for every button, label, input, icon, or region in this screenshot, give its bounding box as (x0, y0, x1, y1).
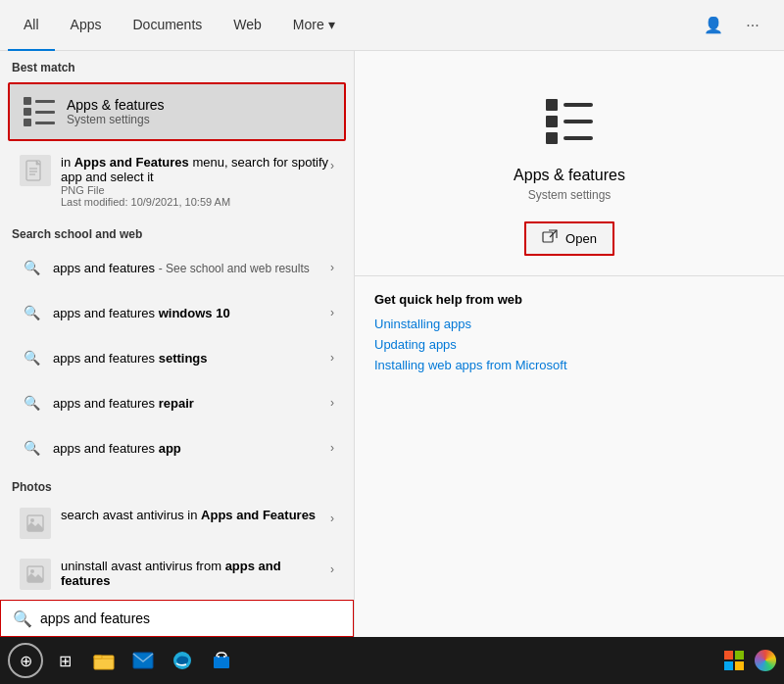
photos-item-arrow-0: › (330, 508, 334, 525)
search-icon-4: 🔍 (20, 436, 43, 460)
file-result-title: in Apps and Features menu, search for sp… (61, 155, 330, 184)
tab-more[interactable]: More ▾ (277, 0, 351, 51)
photo-icon-1 (20, 559, 51, 590)
search-icon-1: 🔍 (20, 301, 43, 324)
open-icon (542, 229, 558, 248)
taskbar-store[interactable] (204, 643, 239, 678)
best-match-label: Best match (0, 51, 354, 78)
photos-label: Photos (0, 470, 354, 498)
main-content: Best match (0, 51, 784, 637)
taskbar-tile-icon[interactable] (719, 646, 749, 675)
search-item-text-0: apps and features - See school and web r… (53, 261, 330, 275)
search-item-4[interactable]: 🔍 apps and features app › (8, 426, 346, 469)
file-result-arrow: › (330, 155, 334, 172)
taskbar: ⊕ ⊞ (0, 637, 784, 684)
search-item-1[interactable]: 🔍 apps and features windows 10 › (8, 291, 346, 334)
tab-all[interactable]: All (8, 0, 55, 51)
best-match-title: Apps & features (67, 97, 165, 113)
svg-point-14 (218, 656, 220, 658)
taskbar-mail[interactable] (125, 643, 161, 678)
taskbar-edge[interactable] (165, 643, 200, 678)
svg-point-5 (30, 518, 34, 522)
taskbar-system-icons (719, 646, 776, 675)
photos-item-1[interactable]: uninstall avast antivirus from apps and … (8, 551, 346, 598)
user-icon[interactable]: 👤 (698, 10, 729, 41)
svg-rect-17 (735, 651, 744, 660)
photo-icon-0 (20, 508, 51, 539)
quick-help-title: Get quick help from web (374, 292, 764, 307)
search-item-text-4: apps and features app (53, 441, 330, 456)
search-icon-3: 🔍 (20, 391, 43, 415)
left-panel: Best match (0, 51, 355, 637)
file-result-item[interactable]: in Apps and Features menu, search for sp… (8, 147, 346, 216)
search-bar: 🔍 (0, 600, 354, 637)
svg-point-7 (30, 569, 34, 573)
open-label: Open (565, 231, 597, 246)
best-match-subtitle: System settings (67, 113, 165, 126)
chevron-down-icon: ▾ (328, 17, 335, 32)
quick-help-link-0[interactable]: Uninstalling apps (374, 317, 764, 331)
photos-item-0[interactable]: search avast antivirus in Apps and Featu… (8, 500, 346, 547)
right-quick-help: Get quick help from web Uninstalling app… (355, 276, 784, 394)
svg-rect-8 (543, 232, 553, 242)
file-result-modified: Last modified: 10/9/2021, 10:59 AM (61, 196, 330, 208)
right-top-section: Apps & features System settings Open (355, 51, 784, 276)
search-item-arrow-3: › (330, 396, 334, 410)
best-match-item[interactable]: Apps & features System settings (8, 82, 346, 141)
file-icon (20, 155, 51, 186)
top-nav: All Apps Documents Web More ▾ 👤 ··· (0, 0, 784, 51)
right-app-title: Apps & features (514, 167, 625, 184)
svg-rect-19 (735, 661, 744, 670)
search-bar-icon: 🔍 (13, 610, 32, 628)
best-match-text: Apps & features System settings (67, 97, 165, 126)
search-icon-0: 🔍 (20, 256, 43, 279)
photos-item-text-0: search avast antivirus in Apps and Featu… (61, 508, 330, 522)
quick-help-link-2[interactable]: Installing web apps from Microsoft (374, 358, 764, 372)
svg-rect-13 (214, 657, 229, 668)
search-item-arrow-0: › (330, 261, 334, 274)
tab-apps[interactable]: Apps (55, 0, 118, 51)
search-item-arrow-1: › (330, 306, 334, 319)
search-school-label: Search school and web (0, 218, 354, 245)
more-options-icon[interactable]: ··· (737, 10, 768, 41)
right-app-subtitle: System settings (528, 188, 612, 202)
svg-rect-16 (724, 651, 733, 660)
photos-item-arrow-1: › (330, 559, 334, 576)
quick-help-link-1[interactable]: Updating apps (374, 337, 764, 352)
search-input[interactable] (40, 611, 341, 626)
right-app-icon (538, 90, 601, 153)
search-item-3[interactable]: 🔍 apps and features repair › (8, 381, 346, 424)
taskbar-explorer[interactable] (86, 643, 122, 678)
right-panel: Apps & features System settings Open Get… (355, 51, 784, 637)
taskbar-color-icon[interactable] (755, 650, 776, 671)
search-item-text-3: apps and features repair (53, 396, 330, 411)
file-result-text: in Apps and Features menu, search for sp… (61, 155, 330, 208)
svg-rect-11 (133, 653, 153, 668)
search-icon-2: 🔍 (20, 346, 43, 369)
search-item-arrow-2: › (330, 351, 334, 365)
search-item-0[interactable]: 🔍 apps and features - See school and web… (8, 246, 346, 289)
tab-web[interactable]: Web (218, 0, 277, 51)
file-result-type: PNG File (61, 184, 330, 196)
open-button[interactable]: Open (524, 221, 614, 256)
svg-rect-18 (724, 661, 733, 670)
taskbar-task-view[interactable]: ⊞ (47, 643, 82, 678)
search-item-text-2: apps and features settings (53, 351, 330, 366)
search-item-text-1: apps and features windows 10 (53, 306, 330, 320)
photos-item-text-1: uninstall avast antivirus from apps and … (61, 559, 330, 588)
svg-rect-10 (94, 656, 102, 659)
apps-features-icon (22, 94, 57, 129)
tab-documents[interactable]: Documents (117, 0, 218, 51)
svg-point-15 (223, 656, 225, 658)
search-item-2[interactable]: 🔍 apps and features settings › (8, 336, 346, 379)
nav-right: 👤 ··· (698, 10, 776, 41)
search-item-arrow-4: › (330, 441, 334, 455)
taskbar-search-btn[interactable]: ⊕ (8, 643, 43, 678)
